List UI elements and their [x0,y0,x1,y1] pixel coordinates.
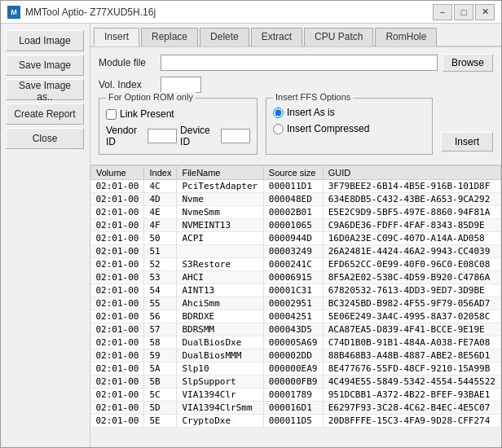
table-cell: C9A6DE36-FDFF-4FAF-8343-85D9E [323,219,500,232]
table-row[interactable]: 02:01-005ECryptoDxe000011D520D8FFFE-15C3… [91,415,501,428]
insert-compressed-radio[interactable] [273,124,284,134]
table-cell: 88B468B3-A48B-4887-ABE2-8E56D1 [323,349,500,362]
table-cell: 02:01-00 [91,232,144,245]
table-cell: S3Restore [177,258,263,271]
col-header-filename: FileName [177,166,263,180]
title-bar-controls: − □ ✕ [433,4,495,20]
table-cell: 16D0A23E-C09C-407D-A14A-AD058 [323,232,500,245]
save-image-as-button[interactable]: Save Image as.. [6,79,84,100]
minimize-button[interactable]: − [433,4,452,20]
table-cell: 000000EA9 [263,362,323,376]
app-icon: M [7,6,20,19]
table-cell: 000000FB9 [263,376,323,389]
table-cell: 02:01-00 [91,349,144,362]
table-row[interactable]: 02:01-0057BDRSMM000043D5ACA87EA5-D839-4F… [91,323,501,336]
table-cell: 02:01-00 [91,323,144,336]
table-row[interactable]: 02:01-005DVIA1394ClrSmm000016D1E6297F93-… [91,402,501,415]
browse-button[interactable]: Browse [443,54,493,72]
table-row[interactable]: 02:01-0053AHCI000069158F5A2E02-538C-4D59… [91,271,501,284]
tab-delete[interactable]: Delete [200,28,249,46]
table-cell: DualBiosMMM [177,349,263,362]
table-row[interactable]: 02:01-0056BDRDXE000042515E06E249-3A4C-49… [91,310,501,323]
insert-ffs-group-label: Insert FFS Options [273,92,353,102]
table-cell: 5C [144,389,177,402]
table-cell: AHCI [177,271,263,284]
table-cell: 5A [144,362,177,376]
maximize-button[interactable]: □ [454,4,473,20]
table-body: 02:01-004CPciTestAdapter000011D13F79BEE2… [91,180,501,428]
load-image-button[interactable]: Load Image [6,30,84,51]
table-cell: 02:01-00 [91,415,144,428]
modules-table: Volume Index FileName Source size GUID 0… [90,166,501,428]
table-cell: 4C494E55-5849-5342-4554-5445522 [323,376,500,389]
vendor-id-label: Vendor ID [106,125,144,147]
table-row[interactable]: 02:01-00510000324926A2481E-4424-46A2-994… [91,245,501,258]
table-cell: 000011D1 [263,180,323,193]
table-cell: 52 [144,258,177,271]
table-row[interactable]: 02:01-0052S3Restore0000241CEFD652CC-0E99… [91,258,501,271]
create-report-button[interactable]: Create Report [6,103,84,125]
table-cell: 000005A69 [263,336,323,349]
vendor-id-input[interactable] [148,129,177,143]
tab-insert[interactable]: Insert [94,28,139,46]
table-cell: 3F79BEE2-6B14-4B5E-916B-101D8F [323,180,500,193]
table-area[interactable]: Volume Index FileName Source size GUID 0… [90,165,501,447]
table-cell: Slp10 [177,362,263,376]
table-cell: ACA87EA5-D839-4F41-BCCE-9E19E [323,323,500,336]
table-row[interactable]: 02:01-0058DualBiosDxe000005A69C74D1B0B-9… [91,336,501,349]
insert-button[interactable]: Insert [441,132,493,152]
table-cell: 5E [144,415,177,428]
table-cell: 000043D5 [263,323,323,336]
save-image-button[interactable]: Save Image [6,55,84,76]
table-cell: ACPI [177,232,263,245]
table-cell: E6297F93-3C28-4C62-B4EC-4E5C07 [323,402,500,415]
content-area: Load Image Save Image Save Image as.. Cr… [1,24,501,447]
table-row[interactable]: 02:01-004CPciTestAdapter000011D13F79BEE2… [91,180,501,193]
table-cell: AhciSmm [177,297,263,310]
table-cell: 00003249 [263,245,323,258]
table-cell: 02:01-00 [91,180,144,193]
table-row[interactable]: 02:01-004FNVMEINT1300001065C9A6DE36-FDFF… [91,219,501,232]
table-cell: 02:01-00 [91,271,144,284]
device-id-input[interactable] [221,129,250,143]
close-image-button[interactable]: Close [6,128,84,149]
table-cell: 00001C31 [263,284,323,297]
table-cell: 02:01-00 [91,376,144,389]
table-row[interactable]: 02:01-0054AINT1300001C3167820532-7613-4D… [91,284,501,297]
table-row[interactable]: 02:01-005ASlp10000000EA98E477676-55FD-48… [91,362,501,376]
close-button[interactable]: ✕ [475,4,495,20]
table-row[interactable]: 02:01-0055AhciSmm00002951BC3245BD-B982-4… [91,297,501,310]
table-row[interactable]: 02:01-004DNvme000048ED634E8DB5-C432-43BE… [91,193,501,206]
table-cell: 02:01-00 [91,219,144,232]
table-cell: 000002DD [263,349,323,362]
tab-extract[interactable]: Extract [251,28,302,46]
col-header-guid: GUID [323,166,500,180]
table-row[interactable]: 02:01-0050ACPI0000944D16D0A23E-C09C-407D… [91,232,501,245]
module-file-label: Module file [99,57,156,68]
col-header-sourcesize: Source size [263,166,323,180]
tab-romhole[interactable]: RomHole [375,28,437,46]
table-cell: VIA1394ClrSmm [177,402,263,415]
table-cell: BDRDXE [177,310,263,323]
table-cell: 000048ED [263,193,323,206]
table-cell: Nvme [177,193,263,206]
title-bar: M MMTool Aptio- Z77XUD5H.16j − □ ✕ [1,1,501,24]
table-cell: 58 [144,336,177,349]
insert-compressed-row: Insert Compressed [273,123,425,134]
main-panel: Insert Replace Delete Extract CPU Patch … [90,24,501,447]
tab-replace[interactable]: Replace [141,28,198,46]
vol-index-input[interactable] [161,77,201,93]
table-row[interactable]: 02:01-005CVIA1394Clr00001789951DCBB1-A37… [91,389,501,402]
table-row[interactable]: 02:01-005BSlpSupport000000FB94C494E55-58… [91,376,501,389]
link-present-checkbox[interactable] [106,109,117,120]
tab-cpu-patch[interactable]: CPU Patch [304,28,373,46]
table-cell: 00001789 [263,389,323,402]
table-cell: 26A2481E-4424-46A2-9943-CC4039 [323,245,500,258]
table-cell: BC3245BD-B982-4F55-9F79-056AD7 [323,297,500,310]
table-row[interactable]: 02:01-004ENvmeSmm00002B01E5E2C9D9-5BF5-4… [91,206,501,219]
table-cell: VIA1394Clr [177,389,263,402]
tabs-bar: Insert Replace Delete Extract CPU Patch … [90,24,501,47]
module-file-input[interactable] [161,55,438,71]
insert-as-is-radio[interactable] [273,108,284,118]
table-row[interactable]: 02:01-0059DualBiosMMM000002DD88B468B3-A4… [91,349,501,362]
